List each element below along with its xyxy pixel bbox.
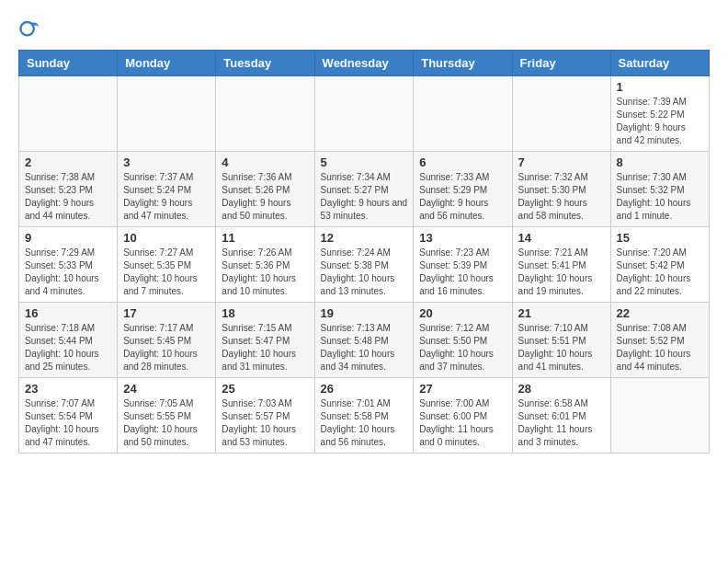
calendar-day-8: 8Sunrise: 7:30 AM Sunset: 5:32 PM Daylig… (610, 152, 709, 227)
calendar-week-row: 23Sunrise: 7:07 AM Sunset: 5:54 PM Dayli… (19, 378, 710, 454)
calendar-day-16: 16Sunrise: 7:18 AM Sunset: 5:44 PM Dayli… (19, 303, 118, 378)
day-info: Sunrise: 7:23 AM Sunset: 5:39 PM Dayligh… (419, 247, 506, 298)
day-number: 27 (419, 382, 506, 396)
header (18, 18, 710, 40)
calendar-day-empty (216, 76, 314, 152)
calendar-day-25: 25Sunrise: 7:03 AM Sunset: 5:57 PM Dayli… (216, 378, 314, 454)
day-number: 22 (617, 306, 703, 320)
calendar-day-3: 3Sunrise: 7:37 AM Sunset: 5:24 PM Daylig… (118, 152, 216, 227)
calendar-day-22: 22Sunrise: 7:08 AM Sunset: 5:52 PM Dayli… (610, 303, 709, 378)
day-info: Sunrise: 7:29 AM Sunset: 5:33 PM Dayligh… (25, 247, 111, 298)
calendar-day-1: 1Sunrise: 7:39 AM Sunset: 5:22 PM Daylig… (610, 76, 709, 152)
day-info: Sunrise: 7:20 AM Sunset: 5:42 PM Dayligh… (617, 247, 703, 298)
calendar-day-15: 15Sunrise: 7:20 AM Sunset: 5:42 PM Dayli… (610, 227, 709, 303)
day-info: Sunrise: 7:27 AM Sunset: 5:35 PM Dayligh… (123, 247, 210, 298)
calendar-day-empty (512, 76, 610, 152)
calendar-day-17: 17Sunrise: 7:17 AM Sunset: 5:45 PM Dayli… (118, 303, 216, 378)
day-info: Sunrise: 7:39 AM Sunset: 5:22 PM Dayligh… (617, 96, 703, 147)
day-number: 3 (123, 155, 210, 169)
calendar-day-18: 18Sunrise: 7:15 AM Sunset: 5:47 PM Dayli… (216, 303, 314, 378)
calendar-day-14: 14Sunrise: 7:21 AM Sunset: 5:41 PM Dayli… (512, 227, 610, 303)
logo-icon (18, 18, 40, 40)
calendar-day-10: 10Sunrise: 7:27 AM Sunset: 5:35 PM Dayli… (118, 227, 216, 303)
calendar-day-6: 6Sunrise: 7:33 AM Sunset: 5:29 PM Daylig… (414, 152, 512, 227)
day-number: 5 (321, 155, 408, 169)
svg-point-0 (20, 22, 33, 35)
calendar-day-7: 7Sunrise: 7:32 AM Sunset: 5:30 PM Daylig… (512, 152, 610, 227)
day-info: Sunrise: 6:58 AM Sunset: 6:01 PM Dayligh… (518, 397, 605, 449)
day-number: 2 (25, 155, 111, 169)
day-info: Sunrise: 7:26 AM Sunset: 5:36 PM Dayligh… (222, 247, 308, 298)
day-info: Sunrise: 7:12 AM Sunset: 5:50 PM Dayligh… (419, 322, 506, 373)
weekday-header-wednesday: Wednesday (314, 51, 414, 76)
calendar-day-27: 27Sunrise: 7:00 AM Sunset: 6:00 PM Dayli… (414, 378, 512, 454)
day-number: 28 (518, 382, 605, 396)
calendar-day-2: 2Sunrise: 7:38 AM Sunset: 5:23 PM Daylig… (19, 152, 118, 227)
calendar-day-empty (314, 76, 414, 152)
day-number: 4 (222, 155, 308, 169)
day-number: 24 (123, 382, 210, 396)
weekday-header-row: SundayMondayTuesdayWednesdayThursdayFrid… (19, 51, 710, 76)
calendar-day-empty (118, 76, 216, 152)
calendar-day-28: 28Sunrise: 6:58 AM Sunset: 6:01 PM Dayli… (512, 378, 610, 454)
calendar-day-empty (610, 378, 709, 454)
day-number: 20 (419, 306, 506, 320)
logo (18, 18, 44, 40)
day-info: Sunrise: 7:37 AM Sunset: 5:24 PM Dayligh… (123, 171, 210, 223)
day-info: Sunrise: 7:33 AM Sunset: 5:29 PM Dayligh… (419, 171, 506, 223)
calendar-day-23: 23Sunrise: 7:07 AM Sunset: 5:54 PM Dayli… (19, 378, 118, 454)
calendar-week-row: 1Sunrise: 7:39 AM Sunset: 5:22 PM Daylig… (19, 76, 710, 152)
day-info: Sunrise: 7:21 AM Sunset: 5:41 PM Dayligh… (518, 247, 605, 298)
calendar-week-row: 9Sunrise: 7:29 AM Sunset: 5:33 PM Daylig… (19, 227, 710, 303)
calendar-day-21: 21Sunrise: 7:10 AM Sunset: 5:51 PM Dayli… (512, 303, 610, 378)
calendar-day-empty (19, 76, 118, 152)
day-info: Sunrise: 7:34 AM Sunset: 5:27 PM Dayligh… (321, 171, 408, 223)
day-info: Sunrise: 7:17 AM Sunset: 5:45 PM Dayligh… (123, 322, 210, 373)
day-info: Sunrise: 7:15 AM Sunset: 5:47 PM Dayligh… (222, 322, 308, 373)
day-info: Sunrise: 7:01 AM Sunset: 5:58 PM Dayligh… (321, 397, 408, 449)
calendar-day-9: 9Sunrise: 7:29 AM Sunset: 5:33 PM Daylig… (19, 227, 118, 303)
calendar-day-26: 26Sunrise: 7:01 AM Sunset: 5:58 PM Dayli… (314, 378, 414, 454)
day-number: 8 (617, 155, 703, 169)
weekday-header-monday: Monday (118, 51, 216, 76)
calendar-day-12: 12Sunrise: 7:24 AM Sunset: 5:38 PM Dayli… (314, 227, 414, 303)
day-number: 25 (222, 382, 308, 396)
calendar-day-19: 19Sunrise: 7:13 AM Sunset: 5:48 PM Dayli… (314, 303, 414, 378)
day-number: 16 (25, 306, 111, 320)
day-info: Sunrise: 7:36 AM Sunset: 5:26 PM Dayligh… (222, 171, 308, 223)
day-number: 21 (518, 306, 605, 320)
day-number: 19 (321, 306, 408, 320)
day-number: 18 (222, 306, 308, 320)
calendar-week-row: 2Sunrise: 7:38 AM Sunset: 5:23 PM Daylig… (19, 152, 710, 227)
day-number: 23 (25, 382, 111, 396)
day-number: 9 (25, 231, 111, 245)
day-info: Sunrise: 7:05 AM Sunset: 5:55 PM Dayligh… (123, 397, 210, 449)
day-info: Sunrise: 7:13 AM Sunset: 5:48 PM Dayligh… (321, 322, 408, 373)
calendar-week-row: 16Sunrise: 7:18 AM Sunset: 5:44 PM Dayli… (19, 303, 710, 378)
day-number: 15 (617, 231, 703, 245)
weekday-header-friday: Friday (512, 51, 610, 76)
day-info: Sunrise: 7:07 AM Sunset: 5:54 PM Dayligh… (25, 397, 111, 449)
day-number: 14 (518, 231, 605, 245)
day-info: Sunrise: 7:38 AM Sunset: 5:23 PM Dayligh… (25, 171, 111, 223)
day-number: 26 (321, 382, 408, 396)
day-number: 6 (419, 155, 506, 169)
calendar-day-11: 11Sunrise: 7:26 AM Sunset: 5:36 PM Dayli… (216, 227, 314, 303)
day-number: 7 (518, 155, 605, 169)
calendar-day-24: 24Sunrise: 7:05 AM Sunset: 5:55 PM Dayli… (118, 378, 216, 454)
calendar-day-20: 20Sunrise: 7:12 AM Sunset: 5:50 PM Dayli… (414, 303, 512, 378)
day-info: Sunrise: 7:00 AM Sunset: 6:00 PM Dayligh… (419, 397, 506, 449)
calendar-table: SundayMondayTuesdayWednesdayThursdayFrid… (18, 50, 710, 454)
day-info: Sunrise: 7:30 AM Sunset: 5:32 PM Dayligh… (617, 171, 703, 223)
day-number: 12 (321, 231, 408, 245)
day-info: Sunrise: 7:24 AM Sunset: 5:38 PM Dayligh… (321, 247, 408, 298)
calendar-day-5: 5Sunrise: 7:34 AM Sunset: 5:27 PM Daylig… (314, 152, 414, 227)
day-info: Sunrise: 7:08 AM Sunset: 5:52 PM Dayligh… (617, 322, 703, 373)
day-number: 17 (123, 306, 210, 320)
weekday-header-tuesday: Tuesday (216, 51, 314, 76)
calendar-day-13: 13Sunrise: 7:23 AM Sunset: 5:39 PM Dayli… (414, 227, 512, 303)
day-number: 1 (617, 80, 703, 94)
day-number: 13 (419, 231, 506, 245)
day-info: Sunrise: 7:18 AM Sunset: 5:44 PM Dayligh… (25, 322, 111, 373)
weekday-header-sunday: Sunday (19, 51, 118, 76)
